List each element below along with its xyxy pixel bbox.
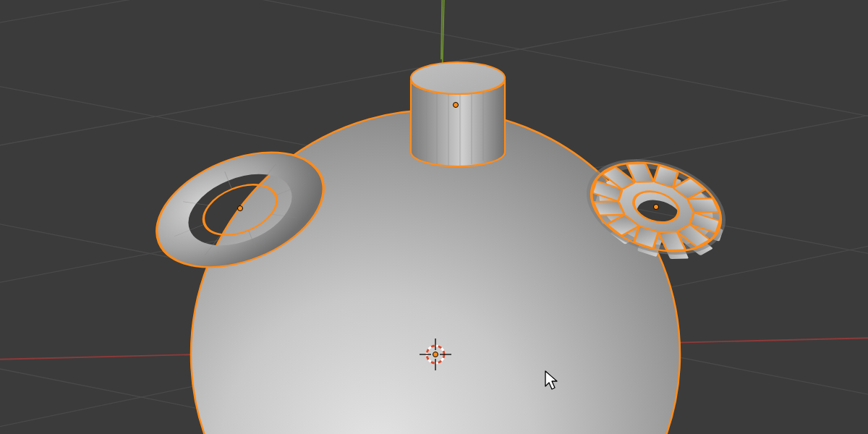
- object-cylinder[interactable]: [411, 62, 505, 166]
- viewport-3d[interactable]: [0, 0, 868, 434]
- svg-point-44: [434, 353, 437, 356]
- svg-point-21: [411, 62, 505, 94]
